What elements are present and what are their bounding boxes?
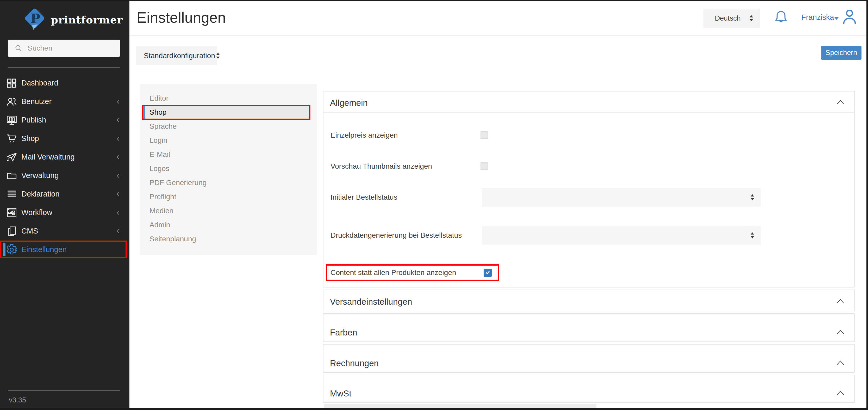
settings-nav-item-label: Logos	[150, 165, 169, 173]
window-border	[0, 408, 868, 410]
settings-nav-item-label: Login	[150, 136, 167, 145]
sidebar-item-benutzer[interactable]: Benutzer	[0, 92, 129, 111]
sidebar-item-dashboard[interactable]: Dashboard	[0, 74, 129, 92]
collapse-chevron-up-icon[interactable]	[836, 99, 845, 106]
collapse-chevron-up-icon[interactable]	[836, 329, 845, 335]
section-title: Allgemein	[330, 98, 368, 108]
versandeinstellungen-section-card: Versandeinstellungen	[323, 290, 855, 311]
mwst-section-card: MwSt	[323, 375, 855, 403]
search-input[interactable]: Suchen	[8, 40, 120, 57]
workflow-icon	[6, 207, 18, 219]
settings-nav-item-seitenplanung[interactable]: Seitenplanung	[140, 232, 317, 246]
settings-nav-item-label: Seitenplanung	[150, 235, 196, 243]
search-icon	[14, 44, 23, 53]
annotation-box	[142, 105, 310, 120]
active-indicator	[3, 243, 5, 256]
settings-nav-item-label: Admin	[150, 221, 170, 229]
sidebar-menu: DashboardBenutzerPublishShopMail Verwalt…	[0, 74, 129, 259]
header-divider	[129, 35, 866, 36]
settings-nav-item-label: Sprache	[150, 122, 177, 130]
sidebar-item-label: Dashboard	[21, 79, 129, 87]
section-title: Farben	[330, 328, 357, 338]
chevron-left-icon	[114, 209, 122, 216]
sidebar-item-cms[interactable]: CMS	[0, 222, 129, 240]
chevron-left-icon	[114, 98, 122, 106]
publish-icon	[6, 114, 18, 126]
card-divider	[323, 112, 854, 113]
section-title: Rechnungen	[330, 358, 379, 368]
search-placeholder: Suchen	[28, 44, 52, 52]
window-border	[0, 0, 868, 1]
active-indicator	[143, 106, 145, 119]
sidebar-item-label: CMS	[21, 227, 114, 235]
sidebar-footer-divider	[8, 390, 120, 390]
vorschau-thumbnails-anzeigen-checkbox[interactable]	[480, 163, 488, 170]
annotation-box	[0, 241, 127, 258]
settings-nav-item-editor[interactable]: Editor	[140, 91, 317, 105]
paper-plane-icon	[6, 151, 18, 163]
chevron-left-icon	[114, 153, 122, 161]
chevron-left-icon	[114, 116, 122, 124]
settings-nav-item-login[interactable]: Login	[140, 134, 317, 148]
druckdatengenerierung-bei-bestellstatus-select[interactable]	[482, 226, 761, 245]
sidebar-item-shop[interactable]: Shop	[0, 129, 129, 148]
select-arrows-icon	[749, 194, 755, 201]
partial-next-element	[324, 404, 596, 408]
sidebar-item-verwaltung[interactable]: Verwaltung	[0, 166, 129, 185]
collapse-chevron-up-icon[interactable]	[836, 390, 845, 397]
select-arrows-icon	[215, 52, 221, 60]
chevron-left-icon	[114, 227, 122, 235]
cart-icon	[6, 133, 18, 145]
settings-nav-item-label: Medien	[150, 207, 174, 215]
initialer-bestellstatus-select[interactable]	[482, 188, 761, 207]
users-icon	[6, 96, 18, 108]
field-label: Druckdatengenerierung bei Bestellstatus	[331, 231, 462, 239]
collapse-chevron-up-icon[interactable]	[836, 298, 845, 305]
settings-nav-item-medien[interactable]: Medien	[140, 204, 317, 218]
brand-logo[interactable]: P printformer	[22, 7, 111, 32]
save-button[interactable]: Speichern	[821, 46, 862, 60]
field-label: Content statt allen Produkten anzeigen	[331, 268, 456, 277]
sidebar-item-einstellungen[interactable]: Einstellungen	[0, 240, 129, 259]
content-statt-allen-produkten-anzeigen-checkbox[interactable]	[484, 269, 492, 277]
notifications-bell-icon[interactable]	[773, 9, 789, 26]
chevron-left-icon	[114, 135, 122, 143]
chevron-left-icon	[114, 190, 122, 198]
user-avatar-icon[interactable]	[840, 7, 859, 26]
select-arrows-icon	[749, 231, 755, 239]
sidebar-item-workflow[interactable]: Workflow	[0, 203, 129, 222]
sidebar-item-label: Benutzer	[21, 97, 114, 106]
settings-nav-item-label: Editor	[150, 94, 168, 102]
user-menu[interactable]: Franziska	[801, 13, 834, 22]
settings-nav-item-logos[interactable]: Logos	[140, 162, 317, 176]
svg-text:P: P	[30, 11, 40, 26]
user-caret-down-icon[interactable]	[833, 16, 840, 21]
app-window: P printformer Suchen DashboardBenutzerPu…	[0, 0, 868, 410]
collapse-chevron-up-icon[interactable]	[836, 359, 845, 366]
section-title: Versandeinstellungen	[330, 297, 412, 307]
einzelpreis-anzeigen-checkbox[interactable]	[480, 131, 488, 139]
settings-nav-item-pdf-generierung[interactable]: PDF Generierung	[140, 176, 317, 190]
settings-nav-item-sprache[interactable]: Sprache	[140, 119, 317, 134]
sidebar-item-label: Deklaration	[21, 190, 114, 198]
settings-nav-item-e-mail[interactable]: E-Mail	[140, 148, 317, 162]
settings-nav-item-shop[interactable]: Shop	[140, 105, 317, 119]
configuration-select-value: Standardkonfiguration	[144, 52, 215, 60]
configuration-select[interactable]: Standardkonfiguration	[136, 47, 217, 65]
section-title: MwSt	[330, 389, 351, 399]
sidebar-item-label: Shop	[21, 134, 114, 143]
brand-name: printformer	[51, 13, 123, 26]
field-label: Initialer Bestellstatus	[331, 193, 397, 202]
language-select[interactable]: Deutsch	[704, 9, 760, 28]
sidebar-item-mail-verwaltung[interactable]: Mail Verwaltung	[0, 148, 129, 166]
settings-nav-item-label: E-Mail	[150, 150, 170, 159]
sidebar-item-label: Publish	[21, 116, 114, 124]
settings-nav-item-admin[interactable]: Admin	[140, 218, 317, 232]
sidebar-item-label: Workflow	[21, 208, 114, 217]
sidebar-item-deklaration[interactable]: Deklaration	[0, 185, 129, 203]
settings-nav-item-preflight[interactable]: Preflight	[140, 190, 317, 204]
checkmark-icon	[485, 269, 491, 276]
sidebar-item-publish[interactable]: Publish	[0, 111, 129, 129]
pages-icon	[6, 225, 18, 237]
language-select-value: Deutsch	[715, 14, 741, 22]
